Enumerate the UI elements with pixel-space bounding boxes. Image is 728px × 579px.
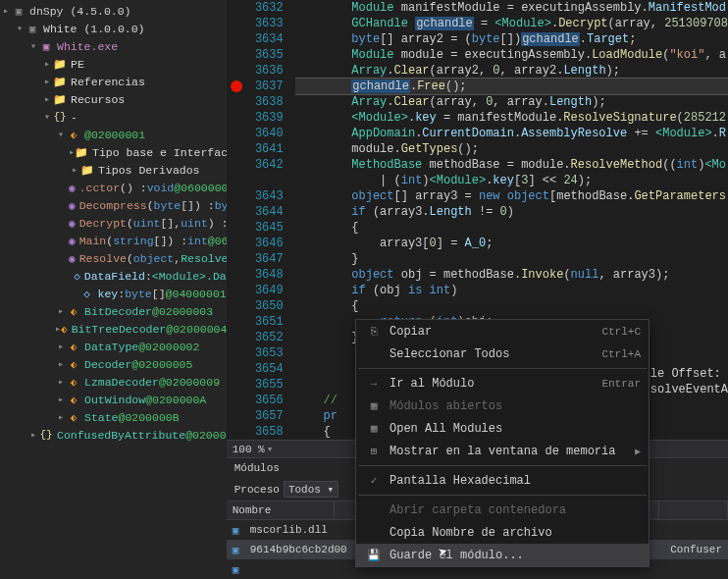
tree-item[interactable]: ▾▣White (1.0.0.0) bbox=[0, 20, 227, 37]
tree-item[interactable]: ▾{}- bbox=[0, 108, 227, 126]
line-number: 3658 bbox=[227, 424, 284, 440]
line-number: 3647 bbox=[227, 251, 284, 267]
col-opt[interactable] bbox=[659, 501, 728, 519]
menu-label: Mostrar en la ventana de memoria bbox=[390, 445, 629, 458]
line-number: 3646 bbox=[227, 236, 284, 251]
code-line[interactable]: Array.Clear(array2, 0, array2.Length); bbox=[295, 63, 728, 79]
line-number: 3643 bbox=[227, 188, 284, 204]
menu-item[interactable]: Copia Nombre de archivo bbox=[356, 521, 649, 544]
code-line[interactable]: Module manifestModule = executingAssembl… bbox=[295, 0, 728, 16]
line-number: 3639 bbox=[227, 110, 284, 126]
code-line[interactable]: { bbox=[295, 298, 728, 314]
menu-label: Abrir carpeta contenedora bbox=[390, 503, 641, 517]
code-line[interactable]: object[] array3 = new object[methodBase.… bbox=[295, 188, 728, 204]
menu-icon: → bbox=[364, 378, 384, 390]
col-name[interactable]: Nombre bbox=[227, 501, 335, 519]
tree-item[interactable]: ◇DataField : <Module>.Da bbox=[0, 267, 227, 285]
menu-icon: 💾 bbox=[364, 549, 384, 561]
tree-item[interactable]: ◉Resolve(object, ResolveEv bbox=[0, 249, 227, 267]
menu-item[interactable]: ⊞Mostrar en la ventana de memoria▶ bbox=[356, 440, 649, 462]
line-gutter: 3632363336343635363636373638363936403641… bbox=[227, 0, 295, 440]
tree-item[interactable]: ▸⬖Decoder @02000005 bbox=[0, 355, 227, 373]
code-line[interactable]: object obj = methodBase.Invoke(null, arr… bbox=[295, 267, 728, 283]
line-number: 3644 bbox=[227, 204, 284, 220]
assembly-explorer[interactable]: ▸▣ dnSpy (4.5.0.0) ▾▣White (1.0.0.0)▾▣Wh… bbox=[0, 0, 227, 579]
code-line[interactable]: AppDomain.CurrentDomain.AssemblyResolve … bbox=[295, 126, 728, 141]
tree-item[interactable]: ▾▣White.exe bbox=[0, 37, 227, 55]
tree-item[interactable]: ◉Main(string[]) : int @060 bbox=[0, 232, 227, 249]
code-line[interactable]: gchandle.Free(); bbox=[295, 79, 728, 94]
tree-item[interactable]: ▾⬖ @02000001 bbox=[0, 126, 227, 143]
submenu-arrow-icon: ▶ bbox=[635, 446, 641, 457]
menu-item[interactable]: ⎘CopiarCtrl+C bbox=[356, 320, 649, 342]
code-line[interactable]: MethodBase methodBase = module.ResolveMe… bbox=[295, 157, 728, 173]
tree-item[interactable]: ◇key : byte[] @04000001 bbox=[0, 285, 227, 302]
menu-separator bbox=[358, 465, 647, 466]
menu-item: Abrir carpeta contenedora bbox=[356, 499, 649, 521]
menu-item[interactable]: ✓Pantalla Hexadecimal bbox=[356, 469, 649, 492]
line-number: 3653 bbox=[227, 345, 284, 361]
tree-item[interactable]: ▸📁Recursos bbox=[0, 90, 227, 108]
tree-item[interactable]: ▸⬖BitTreeDecoder @02000004 bbox=[0, 320, 227, 338]
code-line[interactable]: if (obj is int) bbox=[295, 283, 728, 298]
menu-label: Copiar bbox=[390, 325, 601, 339]
code-line[interactable]: array3[0] = A_0; bbox=[295, 236, 728, 251]
menu-shortcut: Ctrl+A bbox=[601, 348, 641, 360]
menu-icon: ▦ bbox=[364, 399, 384, 412]
line-number: 3649 bbox=[227, 283, 284, 298]
tree-item[interactable]: ◉.cctor() : void @06000005 bbox=[0, 179, 227, 196]
code-line[interactable]: <Module>.key = manifestModule.ResolveSig… bbox=[295, 110, 728, 126]
line-number: 3648 bbox=[227, 267, 284, 283]
line-number: 3634 bbox=[227, 31, 284, 47]
tree-item[interactable]: ▸⬖DataType @02000002 bbox=[0, 338, 227, 355]
module-icon: ▣ bbox=[233, 524, 246, 537]
code-line[interactable]: } bbox=[295, 251, 728, 267]
tree-item[interactable]: ▸⬖LzmaDecoder @02000009 bbox=[0, 373, 227, 391]
process-dropdown[interactable]: Todos ▾ bbox=[284, 481, 338, 498]
line-number: 3654 bbox=[227, 361, 284, 377]
context-menu[interactable]: ⎘CopiarCtrl+CSeleccionar TodosCtrl+A→Ir … bbox=[355, 319, 650, 567]
tree-item[interactable]: ▸📁Tipos Derivados bbox=[0, 161, 227, 179]
breakpoint-icon[interactable] bbox=[231, 80, 242, 92]
module-icon: ▣ bbox=[233, 544, 246, 556]
menu-item[interactable]: ▦Open All Modules bbox=[356, 417, 649, 440]
line-number: 3632 bbox=[227, 0, 284, 16]
tree-item[interactable]: ◉Decrypt(uint[], uint) : GC bbox=[0, 214, 227, 232]
menu-shortcut: Entrar bbox=[601, 378, 641, 390]
line-number: 3657 bbox=[227, 408, 284, 424]
root-node[interactable]: ▸▣ dnSpy (4.5.0.0) bbox=[0, 2, 227, 20]
menu-icon: ⊞ bbox=[364, 445, 384, 457]
tree-item[interactable]: ◉Decompress(byte[]) : byte bbox=[0, 196, 227, 214]
module-icon: ▣ bbox=[233, 563, 246, 576]
zoom-value[interactable]: 100 % bbox=[233, 444, 265, 455]
line-number: 3642 bbox=[227, 157, 284, 173]
line-number: 3633 bbox=[227, 16, 284, 31]
code-line[interactable]: { bbox=[295, 220, 728, 236]
menu-item[interactable]: →Ir al MóduloEntrar bbox=[356, 372, 649, 395]
tree-item[interactable]: ▸📁Referencias bbox=[0, 73, 227, 90]
code-line[interactable]: if (array3.Length != 0) bbox=[295, 204, 728, 220]
line-number: 3640 bbox=[227, 126, 284, 141]
code-line[interactable]: byte[] array2 = (byte[])gchandle.Target; bbox=[295, 31, 728, 47]
menu-item[interactable]: 💾Guarde el módulo... bbox=[356, 544, 649, 566]
line-number: 3655 bbox=[227, 377, 284, 393]
menu-label: Seleccionar Todos bbox=[390, 347, 601, 361]
tree-item[interactable]: ▸📁PE bbox=[0, 55, 227, 73]
menu-separator bbox=[358, 368, 647, 369]
tree-item[interactable]: ▸⬖State @0200000B bbox=[0, 408, 227, 426]
code-line[interactable]: Array.Clear(array, 0, array.Length); bbox=[295, 94, 728, 110]
menu-label: Pantalla Hexadecimal bbox=[390, 474, 641, 488]
menu-label: Guarde el módulo... bbox=[390, 549, 641, 562]
menu-item[interactable]: Seleccionar TodosCtrl+A bbox=[356, 342, 649, 365]
line-number bbox=[227, 173, 284, 188]
tree-item[interactable]: ▸📁Tipo base e Interfaces bbox=[0, 143, 227, 161]
zoom-dropdown-icon[interactable]: ▾ bbox=[267, 443, 274, 455]
code-line[interactable]: GCHandle gchandle = <Module>.Decrypt(arr… bbox=[295, 16, 728, 31]
code-line[interactable]: Module module = executingAssembly.LoadMo… bbox=[295, 47, 728, 63]
tree-item[interactable]: ▸{}ConfusedByAttribute @02000 bbox=[0, 426, 227, 444]
code-line[interactable]: module.GetTypes(); bbox=[295, 141, 728, 157]
tree-item[interactable]: ▸⬖OutWindow @0200000A bbox=[0, 391, 227, 408]
line-number: 3641 bbox=[227, 141, 284, 157]
code-line[interactable]: | (int)<Module>.key[3] << 24); bbox=[295, 173, 728, 188]
tree-item[interactable]: ▸⬖BitDecoder @02000003 bbox=[0, 302, 227, 320]
